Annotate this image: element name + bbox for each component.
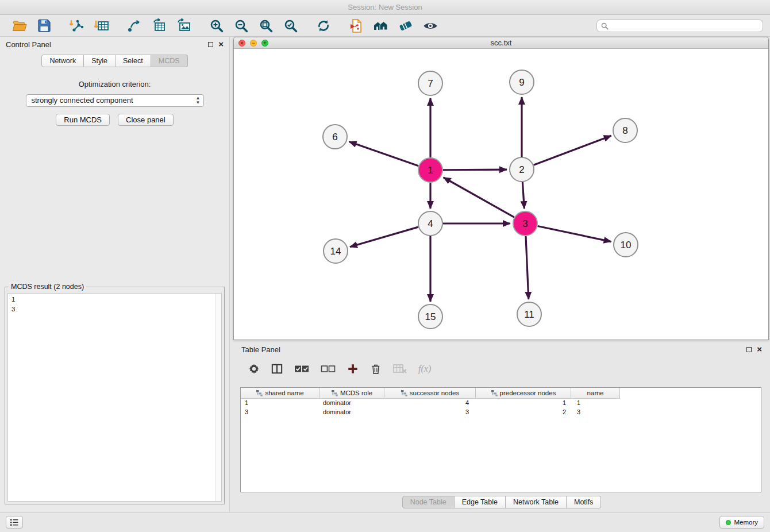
run-mcds-button[interactable]: Run MCDS — [56, 114, 110, 126]
graph-node-3[interactable]: 3 — [513, 211, 537, 236]
zoom-selected-button[interactable] — [278, 17, 303, 35]
graph-node-1[interactable]: 1 — [418, 158, 442, 182]
graph-node-2[interactable]: 2 — [510, 157, 534, 182]
graph-edge-3-10[interactable] — [538, 226, 611, 242]
trash-icon — [370, 363, 382, 375]
float-table-panel-icon[interactable] — [746, 347, 752, 352]
zoom-out-button[interactable] — [229, 17, 253, 35]
export-table-button[interactable] — [147, 17, 171, 35]
network-window-titlebar[interactable]: scc.txt × − + — [234, 37, 768, 49]
import-network-button[interactable] — [64, 17, 89, 35]
graph-node-10[interactable]: 10 — [614, 233, 638, 257]
network-svg[interactable]: 7968124314101511 — [234, 49, 768, 340]
graph-node-15[interactable]: 15 — [418, 304, 442, 329]
gear-icon — [248, 363, 260, 375]
export-image-button[interactable] — [171, 17, 196, 35]
svg-text:6: 6 — [332, 132, 337, 142]
graph-edge-2-8[interactable] — [534, 136, 611, 165]
graph-node-6[interactable]: 6 — [323, 125, 347, 149]
memory-button[interactable]: Memory — [719, 516, 764, 529]
tab-network-table[interactable]: Network Table — [506, 496, 567, 508]
refresh-icon — [316, 18, 331, 33]
float-panel-icon[interactable] — [208, 42, 213, 47]
show-details-button[interactable] — [418, 17, 442, 35]
delete-table-button[interactable] — [393, 364, 407, 374]
export-network-button[interactable] — [122, 17, 147, 35]
search-input[interactable] — [611, 22, 759, 30]
table-header-row: shared name MCDS role successor nodes pr… — [241, 388, 761, 399]
select-all-columns-button[interactable] — [294, 364, 309, 373]
create-column-button[interactable] — [347, 363, 359, 375]
application-window: Session: New Session — [0, 0, 770, 532]
tab-motifs[interactable]: Motifs — [567, 496, 601, 508]
graph-edge-3-1[interactable] — [444, 178, 514, 217]
graph-node-8[interactable]: 8 — [613, 118, 637, 142]
graph-edge-3-11[interactable] — [526, 236, 529, 299]
window-close-icon[interactable]: × — [238, 40, 245, 47]
column-header-predecessor-nodes[interactable]: predecessor nodes — [476, 388, 571, 399]
svg-text:11: 11 — [524, 309, 534, 320]
import-table-button[interactable] — [89, 17, 114, 35]
delete-column-button[interactable] — [370, 363, 382, 375]
network-file-icon — [349, 18, 364, 33]
network-file-button[interactable] — [344, 17, 368, 35]
graph-edge-1-6[interactable] — [349, 142, 419, 166]
graph-edge-1-2[interactable] — [443, 169, 507, 170]
close-table-panel-icon[interactable]: × — [757, 346, 762, 353]
app-title: Session: New Session — [348, 3, 422, 11]
graph-node-4[interactable]: 4 — [418, 211, 442, 236]
svg-text:1: 1 — [428, 165, 433, 176]
window-zoom-icon[interactable]: + — [261, 40, 268, 47]
tab-node-table[interactable]: Node Table — [402, 496, 455, 508]
refresh-layout-button[interactable] — [311, 17, 336, 35]
column-header-mcds-role[interactable]: MCDS role — [319, 388, 384, 399]
close-panel-button[interactable]: Close panel — [118, 114, 174, 126]
mcds-result-box[interactable]: 1 3 — [7, 293, 222, 502]
unselect-all-columns-button[interactable] — [321, 364, 336, 373]
task-list-icon — [10, 518, 19, 526]
zoom-fit-icon — [259, 18, 274, 33]
function-builder-button[interactable]: f(x) — [418, 364, 431, 374]
toolbar-search[interactable] — [596, 20, 763, 32]
column-header-name[interactable]: name — [571, 388, 620, 399]
tab-mcds[interactable]: MCDS — [151, 55, 188, 67]
svg-text:2: 2 — [519, 164, 524, 175]
checked-boxes-icon — [294, 364, 309, 373]
zoom-in-button[interactable] — [204, 17, 229, 35]
plus-icon — [347, 363, 359, 375]
graph-node-9[interactable]: 9 — [510, 70, 534, 94]
zoom-fit-button[interactable] — [253, 17, 278, 35]
table-row[interactable]: 1 dominator 4 1 1 — [241, 399, 761, 408]
apply-style-button[interactable] — [393, 17, 418, 35]
column-header-successor-nodes[interactable]: successor nodes — [384, 388, 476, 399]
attribute-icon — [256, 390, 263, 396]
criterion-dropdown[interactable]: strongly connected component ▲▼ — [26, 94, 204, 107]
close-panel-icon[interactable]: × — [218, 41, 224, 48]
table-settings-button[interactable] — [248, 363, 260, 375]
graph-node-7[interactable]: 7 — [418, 71, 442, 95]
attribute-icon — [331, 390, 338, 396]
column-header-shared-name[interactable]: shared name — [241, 388, 319, 399]
result-scrollbar[interactable] — [215, 294, 221, 501]
window-minimize-icon[interactable]: − — [250, 40, 257, 47]
table-row[interactable]: 3 dominator 3 2 3 — [241, 408, 761, 417]
graph-edge-2-3[interactable] — [522, 182, 524, 209]
tab-edge-table[interactable]: Edge Table — [455, 496, 506, 508]
network-window-title: scc.txt — [234, 38, 768, 47]
graph-node-14[interactable]: 14 — [324, 239, 348, 263]
apply-style-icon — [398, 18, 413, 33]
status-bar: Memory — [0, 512, 770, 532]
graph-node-11[interactable]: 11 — [517, 302, 541, 326]
control-panel-title: Control Panel — [6, 40, 51, 49]
graph-edge-4-14[interactable] — [350, 227, 418, 247]
show-columns-button[interactable] — [271, 363, 283, 375]
open-folder-icon — [12, 18, 27, 33]
task-history-button[interactable] — [6, 516, 23, 529]
home-networks-button[interactable] — [368, 17, 393, 35]
save-session-button[interactable] — [32, 17, 56, 35]
memory-label: Memory — [734, 519, 758, 526]
tab-network[interactable]: Network — [41, 55, 84, 67]
tab-select[interactable]: Select — [116, 55, 151, 67]
tab-style[interactable]: Style — [84, 55, 116, 67]
open-session-button[interactable] — [7, 17, 32, 35]
